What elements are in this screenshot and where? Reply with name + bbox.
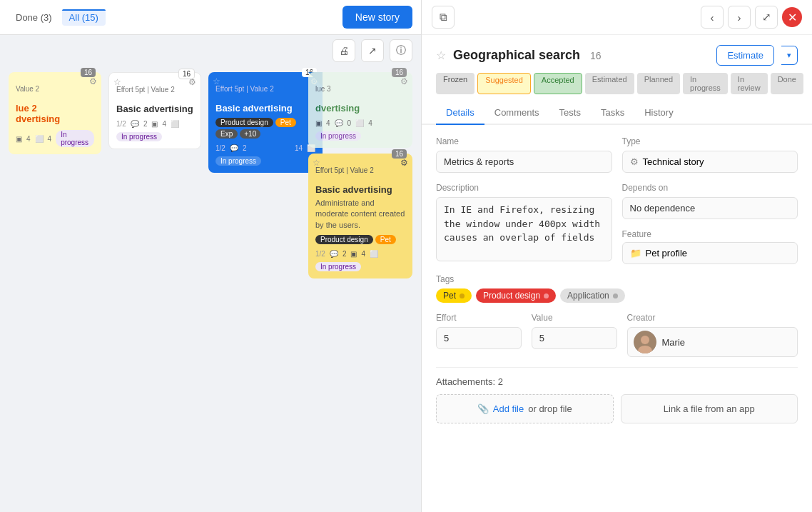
tab-all[interactable]: All (15) — [62, 9, 106, 26]
column-2: 16 ☆ ⚙ Effort 5pt | Value 2 Basic advert… — [108, 72, 201, 506]
feature-input[interactable]: 📁 Pet profile — [622, 242, 798, 264]
workflow-bar: Frozen Suggested Accepted Estimated Plan… — [422, 66, 812, 101]
workflow-suggested[interactable]: Suggested — [477, 73, 531, 94]
nav-back-button[interactable]: ‹ — [701, 6, 724, 29]
print-icon: 🖨 — [339, 45, 349, 56]
description-textarea[interactable]: In IE and Firefox, resizing the window u… — [436, 197, 612, 261]
add-file-button[interactable]: 📎 Add file or drop file — [436, 394, 614, 423]
tag-pet-label: Pet — [443, 291, 456, 301]
file-count: 4 — [48, 135, 52, 143]
status-badge-1: In progress — [56, 130, 94, 147]
fraction-5: 1/2 — [315, 250, 325, 258]
close-icon: ✕ — [788, 11, 797, 24]
card-settings-4[interactable]: ⚙ — [400, 76, 408, 86]
tag-pet-5[interactable]: Pet — [375, 235, 396, 244]
left-header: Done (3) All (15) New story — [0, 0, 421, 35]
value-input[interactable] — [532, 327, 617, 349]
tab-comments[interactable]: Comments — [484, 101, 549, 125]
comment-icon-5: 💬 — [330, 250, 338, 258]
creator-avatar — [634, 331, 656, 353]
value-label: Value — [532, 313, 617, 323]
file-count-4: 4 — [368, 119, 372, 127]
name-label: Name — [436, 136, 612, 146]
tab-details[interactable]: Details — [436, 101, 484, 125]
task-count-4: 4 — [326, 119, 330, 127]
tag-exp[interactable]: Exp — [215, 129, 238, 139]
num-3: 14 — [295, 144, 303, 152]
tag-more[interactable]: +10 — [240, 129, 260, 139]
tab-done[interactable]: Done (3) — [9, 9, 59, 26]
story-title: Geographical search — [453, 48, 580, 63]
fullscreen-button[interactable]: ⤢ — [755, 6, 778, 29]
tag-app-label: Application — [567, 291, 609, 301]
effort-input[interactable] — [436, 327, 522, 349]
tag-product-design[interactable]: Product design — [215, 118, 273, 127]
tag-product-5[interactable]: Product design — [315, 235, 373, 244]
tab-history[interactable]: History — [634, 101, 683, 125]
effort-field-group: Effort — [436, 313, 522, 357]
card-1[interactable]: 16 ⚙ Value 2 lue 2dvertising ▣ 4 ⬜ 4 In … — [9, 72, 101, 154]
card-3[interactable]: 16 ☆ ⚙ Effort 5pt | Value 2 Basic advert… — [208, 72, 323, 173]
paperclip-icon: 📎 — [477, 403, 489, 414]
tab-tests[interactable]: Tests — [549, 101, 591, 125]
attachments-label: Attachements: 2 — [436, 376, 798, 387]
workflow-frozen[interactable]: Frozen — [436, 73, 474, 94]
right-toolbar: ⧉ ‹ › ⤢ ✕ — [422, 0, 812, 35]
type-input[interactable]: ⚙ Technical story — [622, 151, 798, 173]
status-badge-4: In progress — [315, 131, 361, 141]
workflow-accepted[interactable]: Accepted — [534, 73, 582, 94]
depends-on-input[interactable] — [622, 197, 798, 219]
tag-app-chip[interactable]: Application — [560, 288, 625, 303]
card-star-5[interactable]: ☆ — [313, 158, 320, 168]
card-desc-5: Administrate and moderate content create… — [315, 198, 405, 231]
card-star-3[interactable]: ☆ — [213, 76, 220, 86]
task-icon-4: ▣ — [315, 119, 322, 127]
card-star-2[interactable]: ☆ — [113, 77, 121, 87]
card-2[interactable]: 16 ☆ ⚙ Effort 5pt | Value 2 Basic advert… — [108, 72, 201, 149]
card-4[interactable]: 16 ⚙ lue 3 dvertising ▣ 4 💬 0 ⬜ 4 In pro… — [308, 72, 412, 148]
tag-product-chip[interactable]: Product design — [476, 288, 556, 303]
product-dot — [544, 293, 549, 298]
story-title-row: ☆ Geographical search 16 Estimate ▾ — [436, 45, 798, 66]
export-button[interactable]: ↗ — [361, 39, 384, 62]
status-badge-5: In progress — [315, 262, 361, 271]
task-count-2: 4 — [162, 120, 166, 128]
workflow-in-review[interactable]: In review — [731, 73, 768, 94]
card-tags-3: Product design Pet Exp +10 — [215, 118, 315, 139]
card-5[interactable]: 16 ☆ ⚙ Effort 5pt | Value 2 Basic advert… — [308, 154, 412, 278]
workflow-estimated[interactable]: Estimated — [585, 73, 634, 94]
tab-tasks[interactable]: Tasks — [591, 101, 634, 125]
nav-forward-button[interactable]: › — [728, 6, 751, 29]
card-settings-5[interactable]: ⚙ — [400, 158, 408, 168]
comment-icon-4: 💬 — [335, 119, 343, 127]
name-input[interactable] — [436, 151, 612, 173]
story-star-icon[interactable]: ☆ — [436, 49, 446, 62]
pet-dot — [460, 293, 465, 298]
workflow-in-progress[interactable]: In progress — [683, 73, 728, 94]
estimate-chevron-button[interactable]: ▾ — [781, 46, 798, 65]
type-field-group: Type ⚙ Technical story — [622, 136, 798, 173]
close-button[interactable]: ✕ — [782, 7, 802, 27]
card-settings-2[interactable]: ⚙ — [188, 77, 196, 87]
link-file-button[interactable]: Link a file from an app — [621, 394, 798, 423]
task-icon-5: ▣ — [350, 250, 357, 258]
fraction-3: 1/2 — [215, 144, 225, 152]
card-title-5: Basic advertising — [315, 184, 405, 195]
copy-icon: ⧉ — [440, 11, 447, 24]
workflow-done[interactable]: Done — [771, 73, 803, 94]
estimate-button[interactable]: Estimate — [716, 45, 774, 66]
tag-product-label: Product design — [483, 291, 540, 301]
new-story-button[interactable]: New story — [342, 6, 412, 29]
copy-button[interactable]: ⧉ — [432, 6, 455, 29]
print-button[interactable]: 🖨 — [333, 39, 355, 62]
tabs-row: Details Comments Tests Tasks History — [422, 101, 812, 125]
workflow-planned[interactable]: Planned — [637, 73, 680, 94]
tag-pet-chip[interactable]: Pet — [436, 288, 472, 303]
chevron-right-icon: › — [738, 11, 741, 24]
tag-pet[interactable]: Pet — [275, 118, 296, 127]
info-button[interactable]: ⓘ — [390, 39, 412, 62]
name-field-group: Name — [436, 136, 612, 173]
card-settings-1[interactable]: ⚙ — [89, 76, 97, 86]
details-body: Name Type ⚙ Technical story Description … — [422, 125, 812, 512]
comment-count-5: 2 — [342, 250, 347, 258]
